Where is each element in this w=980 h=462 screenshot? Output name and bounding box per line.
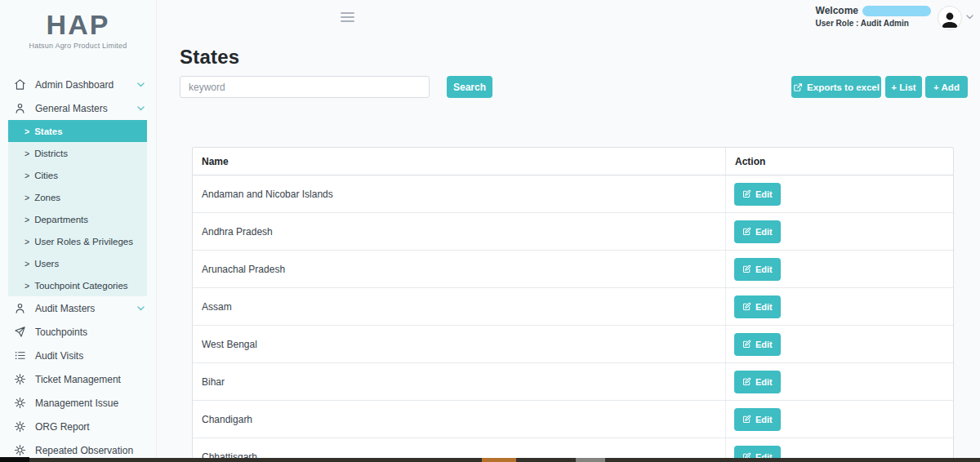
taskbar-segment — [482, 458, 516, 462]
edit-button[interactable]: Edit — [734, 371, 781, 393]
edit-button[interactable]: Edit — [734, 295, 781, 318]
sidebar-item-management-issue[interactable]: Management Issue — [0, 391, 156, 415]
chevron-right-icon: > — [24, 127, 29, 136]
send-icon — [14, 326, 26, 338]
submenu-item-label: Departments — [34, 215, 88, 224]
sidebar-item-departments[interactable]: > Departments — [8, 208, 147, 230]
action-cell: Edit — [726, 251, 953, 287]
menu-toggle-button[interactable] — [341, 12, 354, 24]
edit-icon — [742, 264, 751, 273]
column-header-action: Action — [726, 148, 953, 175]
export-to-excel-button[interactable]: Exports to excel — [791, 76, 881, 98]
general-masters-submenu: > States > Districts > Cities > Zones > — [8, 120, 147, 296]
sidebar-item-touchpoint-categories[interactable]: > Touchpoint Categories — [8, 274, 147, 296]
chevron-down-icon[interactable] — [966, 15, 973, 20]
action-cell: Edit — [726, 363, 953, 400]
table-row: Bihar Edit — [193, 363, 953, 401]
sidebar-item-zones[interactable]: > Zones — [8, 186, 147, 208]
edit-button[interactable]: Edit — [734, 408, 781, 431]
search-button-label: Search — [453, 82, 486, 93]
sidebar-item-touchpoints[interactable]: Touchpoints — [0, 320, 156, 344]
edit-button[interactable]: Edit — [734, 183, 781, 206]
list-icon — [14, 349, 26, 362]
edit-button-label: Edit — [755, 302, 773, 312]
chevron-right-icon: > — [24, 171, 29, 180]
add-button-label: + Add — [933, 82, 960, 92]
gear-icon — [14, 373, 26, 385]
sidebar-item-users[interactable]: > Users — [8, 252, 147, 274]
sidebar-item-audit-visits[interactable]: Audit Visits — [0, 344, 156, 367]
chevron-right-icon: > — [24, 215, 29, 224]
main-area: Welcome User Role : Audit Admin States S… — [157, 0, 980, 462]
chevron-right-icon: > — [24, 259, 29, 269]
table-row: Andaman and Nicobar Islands Edit — [193, 175, 953, 213]
chevron-down-icon — [137, 106, 145, 111]
chevron-right-icon: > — [24, 149, 29, 158]
list-button[interactable]: + List — [885, 76, 922, 98]
export-icon — [793, 82, 803, 92]
sidebar-item-audit-masters[interactable]: Audit Masters — [0, 296, 156, 320]
brand-logo: HAP Hatsun Agro Product Limited — [0, 10, 156, 50]
gear-icon — [14, 420, 26, 433]
edit-icon — [742, 377, 751, 386]
brand-name: HAP — [0, 10, 156, 40]
submenu-item-label: Districts — [34, 149, 68, 158]
table-row: Arunachal Pradesh Edit — [193, 251, 953, 288]
chevron-down-icon — [137, 82, 145, 87]
action-cell: Edit — [726, 175, 953, 212]
edit-button-label: Edit — [755, 377, 773, 387]
sidebar-item-label: Audit Masters — [35, 303, 95, 314]
sidebar-item-admin-dashboard[interactable]: Admin Dashboard — [0, 73, 156, 96]
state-name-cell: Andaman and Nicobar Islands — [193, 175, 726, 212]
home-icon — [14, 78, 26, 91]
state-name-cell: Assam — [193, 288, 726, 325]
edit-icon — [742, 415, 751, 424]
topbar: Welcome User Role : Audit Admin — [314, 0, 980, 38]
edit-button-label: Edit — [755, 189, 773, 199]
chevron-right-icon: > — [24, 193, 29, 202]
sidebar-item-states[interactable]: > States — [8, 120, 147, 142]
app-root: HAP Hatsun Agro Product Limited Admin Da… — [0, 0, 980, 462]
taskbar-edge — [0, 458, 980, 462]
sidebar-item-general-masters[interactable]: General Masters — [0, 96, 156, 120]
edit-icon — [742, 302, 751, 311]
brand-subtitle: Hatsun Agro Product Limited — [0, 42, 156, 50]
search-input[interactable] — [180, 76, 430, 98]
search-button[interactable]: Search — [447, 76, 492, 98]
edit-button[interactable]: Edit — [734, 258, 781, 281]
sidebar-item-cities[interactable]: > Cities — [8, 164, 147, 186]
user-info: Welcome User Role : Audit Admin — [816, 5, 931, 28]
sidebar-item-org-report[interactable]: ORG Report — [0, 415, 156, 438]
avatar[interactable] — [938, 6, 962, 30]
table-header-row: Name Action — [193, 148, 953, 175]
sidebar-item-ticket-management[interactable]: Ticket Management — [0, 367, 156, 391]
sidebar-item-user-roles-privileges[interactable]: > User Roles & Privileges — [8, 230, 147, 252]
edit-button[interactable]: Edit — [734, 220, 781, 243]
user-icon — [14, 102, 26, 114]
user-role-label: User Role : Audit Admin — [816, 19, 931, 28]
gear-icon — [14, 397, 26, 409]
sidebar-menu: Admin Dashboard General Masters > States — [0, 73, 156, 462]
table-row: Chandigarh Edit — [193, 401, 953, 438]
user-name-redacted — [862, 6, 931, 16]
sidebar-item-label: Repeated Observation — [35, 445, 133, 456]
table-row: Andhra Pradesh Edit — [193, 213, 953, 251]
states-table: Name Action Andaman and Nicobar Islands … — [192, 147, 954, 462]
action-cell: Edit — [726, 213, 953, 250]
chevron-down-icon — [137, 306, 145, 311]
edit-icon — [742, 340, 751, 349]
edit-button-label: Edit — [755, 264, 773, 274]
action-cell: Edit — [726, 288, 953, 325]
sidebar-item-label: Admin Dashboard — [35, 79, 114, 91]
sidebar-item-label: Ticket Management — [35, 374, 121, 385]
add-button[interactable]: + Add — [925, 76, 968, 98]
sidebar-item-districts[interactable]: > Districts — [8, 142, 147, 164]
taskbar-segment — [0, 457, 29, 462]
sidebar-item-label: Touchpoints — [35, 327, 87, 338]
state-name-cell: West Bengal — [193, 326, 726, 362]
sidebar-item-label: General Masters — [35, 103, 108, 114]
table-row: West Bengal Edit — [193, 326, 953, 363]
table-row: Assam Edit — [193, 288, 953, 326]
edit-button[interactable]: Edit — [734, 333, 781, 356]
submenu-item-label: Users — [34, 259, 59, 269]
